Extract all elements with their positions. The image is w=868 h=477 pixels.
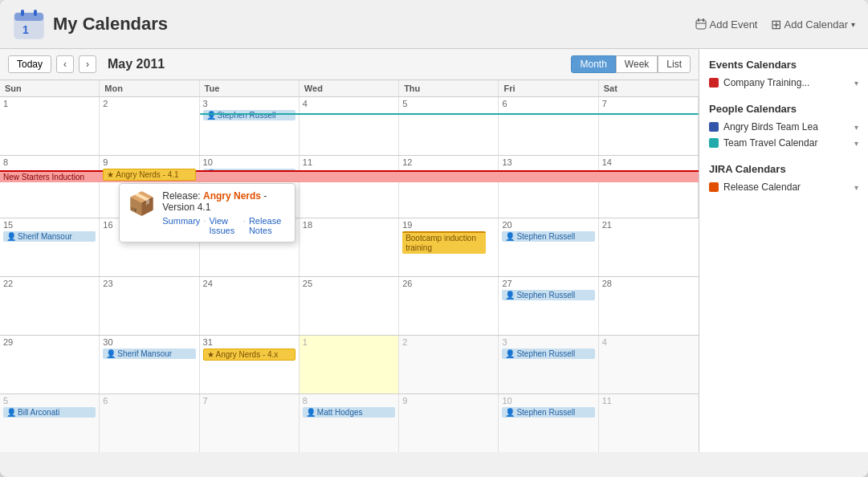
cell-jun-10[interactable]: 10 👤 Stephen Russell	[499, 394, 598, 452]
cell-jun-11[interactable]: 11	[599, 394, 699, 452]
cell-may-29[interactable]: 29	[0, 336, 100, 393]
cell-may-4[interactable]: 4	[300, 97, 399, 155]
cell-may-22[interactable]: 22	[0, 277, 100, 335]
person-icon: 👤	[505, 349, 515, 358]
cell-may-27[interactable]: 27 👤 Stephen Russell	[499, 277, 598, 335]
cell-may-8[interactable]: 8	[0, 156, 100, 218]
cell-may-19[interactable]: 19 Bootcamp induction training	[399, 218, 499, 276]
cell-may-18[interactable]: 18	[300, 218, 399, 276]
svg-rect-5	[696, 20, 706, 29]
cell-may-9[interactable]: 9 📦 Release: Angry Nerds - Version 4.1	[100, 156, 199, 218]
company-training-label: Company Training...	[723, 77, 809, 88]
matt-hodges-event-w6[interactable]: 👤 Matt Hodges	[303, 407, 395, 418]
tooltip-summary-link[interactable]: Summary	[162, 216, 200, 235]
add-event-button[interactable]: Add Event	[695, 18, 758, 31]
cell-may-31[interactable]: 31 ★ Angry Nerds - 4.x	[200, 336, 300, 393]
cell-jun-5[interactable]: 5 👤 Bill Arconati	[0, 394, 100, 452]
month-view-button[interactable]: Month	[571, 55, 615, 73]
cell-may-7[interactable]: 7	[599, 97, 699, 155]
sidebar: Events Calendars Company Training... ▾ P…	[699, 49, 868, 452]
angry-nerds-41-event[interactable]: ★ Angry Nerds - 4.1	[103, 169, 195, 181]
cell-may-20[interactable]: 20 👤 Stephen Russell	[499, 218, 598, 276]
tooltip-view-issues-link[interactable]: View Issues	[209, 216, 239, 235]
person-icon: 👤	[505, 291, 515, 300]
release-calendar-chevron-icon[interactable]: ▾	[854, 183, 858, 192]
release-star-icon: ★	[207, 350, 214, 359]
cell-may-3[interactable]: 3 👤 Stephen Russell	[200, 97, 300, 155]
add-calendar-button[interactable]: ⊞ Add Calendar ▾	[771, 17, 856, 32]
cell-may-5[interactable]: 5	[399, 97, 499, 155]
person-icon: 👤	[206, 111, 216, 120]
next-button[interactable]: ›	[79, 55, 96, 73]
cell-jun-2[interactable]: 2	[399, 336, 499, 393]
company-training-item[interactable]: Company Training... ▾	[709, 77, 858, 88]
cell-may-15[interactable]: 15 👤 Sherif Mansour	[0, 218, 100, 276]
tooltip-release-notes-link[interactable]: Release Notes	[249, 216, 287, 235]
stephen-russell-event-w6[interactable]: 👤 Stephen Russell	[502, 407, 594, 418]
angry-birds-label: Angry Birds Team Lea	[723, 121, 818, 132]
cell-may-11[interactable]: 11	[300, 156, 399, 218]
sherif-mansour-event-w5[interactable]: 👤 Sherif Mansour	[103, 349, 195, 359]
person-icon: 👤	[6, 232, 16, 241]
stephen-russell-event-w5[interactable]: 👤 Stephen Russell	[502, 349, 594, 359]
release-calendar-color	[709, 182, 719, 192]
company-training-chevron-icon[interactable]: ▾	[854, 79, 858, 88]
cell-may-30[interactable]: 30 👤 Sherif Mansour	[100, 336, 199, 393]
calendar-week-6: 5 👤 Bill Arconati 6 7 8 👤 Matt Hodges	[0, 394, 699, 452]
cell-may-24[interactable]: 24	[200, 277, 300, 335]
stephen-russell-event-w3[interactable]: 👤 Stephen Russell	[502, 231, 594, 242]
header-sun: Sun	[0, 80, 100, 96]
sherif-mansour-event-w3[interactable]: 👤 Sherif Mansour	[3, 231, 96, 242]
header-tue: Tue	[200, 80, 300, 96]
angry-birds-item[interactable]: Angry Birds Team Lea ▾	[709, 121, 858, 132]
cell-jun-7[interactable]: 7	[200, 394, 300, 452]
events-calendars-section: Events Calendars Company Training... ▾	[709, 59, 858, 88]
team-travel-label: Team Travel Calendar	[723, 137, 817, 149]
page-title: My Calendars	[53, 14, 168, 35]
calendar-week-2: 8 9 📦 Release: Angry Nerds - Version 4.1	[0, 156, 699, 218]
cell-may-21[interactable]: 21	[599, 218, 699, 276]
add-calendar-chevron-icon: ▾	[851, 20, 855, 29]
cell-may-13[interactable]: 13	[499, 156, 598, 218]
company-training-color	[709, 78, 719, 88]
team-travel-item[interactable]: Team Travel Calendar ▾	[709, 137, 858, 149]
angry-nerds-4x-event[interactable]: ★ Angry Nerds - 4.x	[203, 349, 295, 361]
bootcamp-event[interactable]: Bootcamp induction training	[402, 231, 486, 254]
cell-may-14[interactable]: 14	[599, 156, 699, 218]
cell-may-1[interactable]: 1	[0, 97, 100, 155]
cell-jun-9[interactable]: 9	[399, 394, 499, 452]
events-section-title: Events Calendars	[709, 59, 858, 71]
calendar-toolbar: Today ‹ › May 2011 Month Week List	[0, 49, 699, 80]
release-calendar-item[interactable]: Release Calendar ▾	[709, 181, 858, 193]
tooltip-title: Release: Angry Nerds - Version 4.1	[162, 190, 287, 213]
cell-jun-4[interactable]: 4	[599, 336, 699, 393]
cell-may-25[interactable]: 25	[300, 277, 399, 335]
cell-may-28[interactable]: 28	[599, 277, 699, 335]
today-button[interactable]: Today	[8, 55, 51, 73]
cell-jun-1[interactable]: 1	[300, 336, 399, 393]
stephen-russell-event-w1[interactable]: 👤 Stephen Russell	[203, 110, 295, 120]
travel-event-w1[interactable]	[200, 113, 699, 115]
release-tooltip: 📦 Release: Angry Nerds - Version 4.1 Sum…	[119, 183, 295, 243]
header-left: 1 My Calendars	[13, 8, 168, 40]
cell-may-12[interactable]: 12	[399, 156, 499, 218]
list-view-button[interactable]: List	[658, 55, 691, 73]
header-thu: Thu	[399, 80, 499, 96]
cell-jun-8[interactable]: 8 👤 Matt Hodges	[300, 394, 399, 452]
cell-jun-6[interactable]: 6	[100, 394, 199, 452]
cell-may-26[interactable]: 26	[399, 277, 499, 335]
cell-may-6[interactable]: 6	[499, 97, 598, 155]
angry-birds-chevron-icon[interactable]: ▾	[854, 123, 858, 132]
cell-jun-3[interactable]: 3 👤 Stephen Russell	[499, 336, 598, 393]
header-wed: Wed	[300, 80, 399, 96]
team-travel-chevron-icon[interactable]: ▾	[854, 139, 858, 148]
cell-may-2[interactable]: 2	[100, 97, 199, 155]
bill-arconati-event[interactable]: 👤 Bill Arconati	[3, 407, 96, 418]
cell-may-23[interactable]: 23	[100, 277, 199, 335]
prev-button[interactable]: ‹	[56, 55, 74, 73]
header-mon: Mon	[100, 80, 199, 96]
calendar-grid: Sun Mon Tue Wed Thu Fri Sat 1 2 3 👤	[0, 80, 699, 452]
week-view-button[interactable]: Week	[616, 55, 658, 73]
stephen-russell-event-w4[interactable]: 👤 Stephen Russell	[502, 290, 594, 300]
header-right: Add Event ⊞ Add Calendar ▾	[695, 17, 856, 32]
